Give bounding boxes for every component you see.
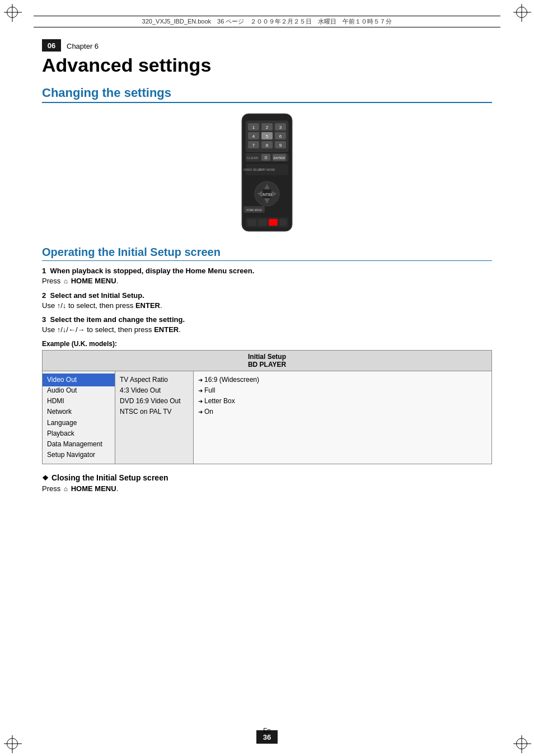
example-label: Example (U.K. models): xyxy=(42,340,492,348)
section-heading-1: Changing the settings xyxy=(42,86,492,103)
list-item: NTSC on PAL TV xyxy=(120,407,189,417)
setup-col-3: 16:9 (Widescreen) Full Letter Box On xyxy=(194,371,491,464)
setup-table-body: Video Out Audio Out HDMI Network Languag… xyxy=(43,371,491,464)
svg-text:1: 1 xyxy=(252,125,255,130)
svg-text:2: 2 xyxy=(266,125,269,130)
svg-text:5: 5 xyxy=(266,134,269,139)
step-2-body: Use ↑/↓ to select, then press ENTER. xyxy=(42,300,492,311)
list-item: Letter Box xyxy=(198,396,487,407)
svg-text:HOME MENU: HOME MENU xyxy=(246,209,262,212)
step-2-title: 2 Select and set Initial Setup. xyxy=(42,291,492,300)
closing-section: Closing the Initial Setup screen Press ⌂… xyxy=(42,473,492,493)
svg-text:6: 6 xyxy=(279,134,282,139)
chapter-title: Advanced settings xyxy=(42,55,492,76)
chapter-badge: 06 xyxy=(42,39,61,52)
list-item: 16:9 (Widescreen) xyxy=(198,375,487,385)
svg-rect-41 xyxy=(269,219,278,226)
reg-mark-tl xyxy=(7,7,18,18)
setup-col-2: TV Aspect Ratio 4:3 Video Out DVD 16:9 V… xyxy=(115,371,194,464)
svg-text:7: 7 xyxy=(252,143,255,148)
closing-body: Press ⌂ HOME MENU. xyxy=(42,484,492,493)
svg-text:CLEAR: CLEAR xyxy=(247,156,259,160)
list-item: Language xyxy=(47,418,110,428)
header-file-info: 320_VXJ5_IBD_EN.book 36 ページ ２００９年２月２５日 水… xyxy=(142,17,392,26)
list-item: On xyxy=(198,407,487,417)
svg-text:3: 3 xyxy=(279,125,282,130)
chapter-label: Chapter 6 xyxy=(67,42,99,50)
svg-text:9: 9 xyxy=(279,143,282,148)
svg-text:4: 4 xyxy=(252,134,255,139)
page: 320_VXJ5_IBD_EN.book 36 ページ ２００９年２月２５日 水… xyxy=(0,0,534,756)
list-item: Network xyxy=(47,407,110,417)
svg-rect-42 xyxy=(279,219,287,226)
list-item: TV Aspect Ratio xyxy=(120,375,189,385)
setup-table-header: Initial Setup BD PLAYER xyxy=(43,351,491,371)
svg-rect-39 xyxy=(247,219,256,226)
list-item: 4:3 Video Out xyxy=(120,385,189,396)
list-item: Setup Navigator xyxy=(47,450,110,460)
list-item: Full xyxy=(198,385,487,396)
sub-section-heading: Operating the Initial Setup screen xyxy=(42,245,492,261)
list-item: Data Management xyxy=(47,439,110,450)
reg-mark-tr xyxy=(516,7,527,18)
home-menu-icon-1: ⌂ xyxy=(64,276,68,286)
step-1-body: Press ⌂ HOME MENU. xyxy=(42,276,492,287)
step-1-title: 1 When playback is stopped, display the … xyxy=(42,267,492,275)
page-lang: En xyxy=(263,727,270,734)
closing-heading: Closing the Initial Setup screen xyxy=(42,473,492,482)
list-item: DVD 16:9 Video Out xyxy=(120,396,189,407)
step-3: 3 Select the item and change the setting… xyxy=(42,315,492,335)
remote-svg: 1 2 3 4 5 6 7 8 9 CL xyxy=(233,111,301,234)
remote-image-container: 1 2 3 4 5 6 7 8 9 CL xyxy=(42,111,492,234)
svg-text:ENTER: ENTER xyxy=(274,156,285,160)
list-item: Audio Out xyxy=(47,385,110,396)
setup-col1-active: Video Out xyxy=(43,374,115,386)
svg-text:0: 0 xyxy=(265,155,268,160)
main-content: 06 Chapter 6 Advanced settings Changing … xyxy=(42,34,492,722)
list-item: Playback xyxy=(47,428,110,439)
step-1: 1 When playback is stopped, display the … xyxy=(42,267,492,287)
svg-text:PLAY MODE: PLAY MODE xyxy=(259,168,275,171)
list-item: HDMI xyxy=(47,396,110,407)
header-bar: 320_VXJ5_IBD_EN.book 36 ページ ２００９年２月２５日 水… xyxy=(34,16,500,27)
footer-area: 36 En xyxy=(0,730,534,744)
step-3-title: 3 Select the item and change the setting… xyxy=(42,315,492,324)
step-3-body: Use ↑/↓/←/→ to select, then press ENTER. xyxy=(42,324,492,335)
svg-text:8: 8 xyxy=(266,143,269,148)
svg-rect-40 xyxy=(258,219,267,226)
step-2: 2 Select and set Initial Setup. Use ↑/↓ … xyxy=(42,291,492,311)
setup-table: Initial Setup BD PLAYER Video Out Audio … xyxy=(42,350,492,465)
home-menu-icon-2: ⌂ xyxy=(64,485,68,493)
setup-col-1: Video Out Audio Out HDMI Network Languag… xyxy=(43,371,115,464)
